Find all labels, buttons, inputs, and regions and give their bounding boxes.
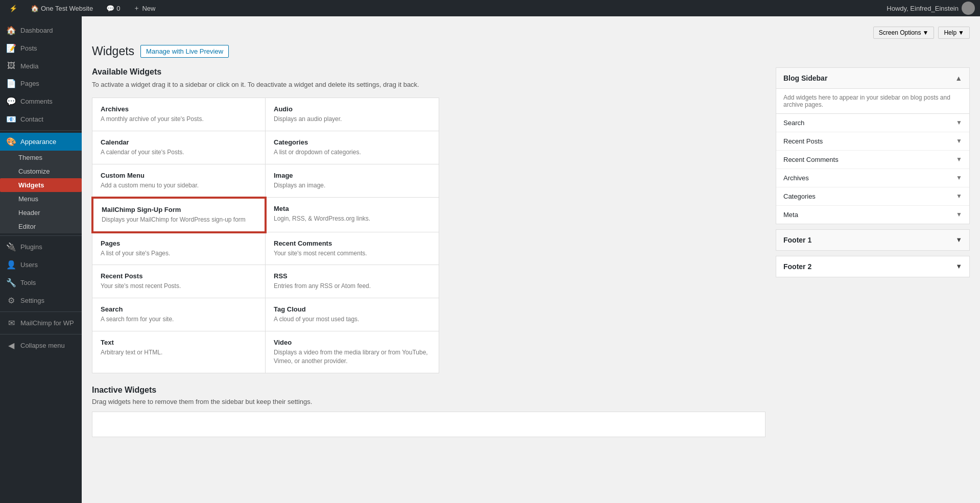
widget-desc: Your site's most recent comments.	[274, 249, 431, 258]
footer2-header[interactable]: Footer 2 ▼	[776, 256, 969, 277]
bs-widget-toggle-icon: ▼	[956, 193, 962, 200]
bs-widget-search[interactable]: Search▼	[776, 114, 969, 132]
available-widgets-desc: To activate a widget drag it to a sideba…	[92, 80, 766, 90]
tools-icon: 🔧	[6, 278, 16, 288]
widget-item-mailchimp-sign-up-form[interactable]: MailChimp Sign-Up FormDisplays your Mail…	[92, 198, 266, 232]
available-widgets-section: Available Widgets To activate a widget d…	[92, 67, 766, 437]
bs-widget-archives[interactable]: Archives▼	[776, 169, 969, 187]
wp-wrap: 🏠 Dashboard 📝 Posts 🖼 Media 📄 Pages 💬 Co…	[0, 16, 980, 503]
bs-widget-toggle-icon: ▼	[956, 156, 962, 163]
sidebar-item-posts[interactable]: 📝 Posts	[0, 39, 82, 57]
widget-item-archives[interactable]: ArchivesA monthly archive of your site's…	[92, 98, 266, 131]
widget-item-audio[interactable]: AudioDisplays an audio player.	[266, 98, 439, 131]
manage-preview-button[interactable]: Manage with Live Preview	[140, 45, 229, 58]
page-title: Widgets	[92, 44, 134, 59]
widget-name: Recent Comments	[274, 239, 431, 247]
widget-desc: Arbitrary text or HTML.	[101, 348, 257, 357]
sidebar-item-dashboard[interactable]: 🏠 Dashboard	[0, 21, 82, 39]
bs-widget-recent-comments[interactable]: Recent Comments▼	[776, 151, 969, 169]
sidebar-item-users[interactable]: 👤 Users	[0, 256, 82, 274]
sidebar-collapse-item[interactable]: ◀ Collapse menu	[0, 337, 82, 354]
sidebar-item-plugins[interactable]: 🔌 Plugins	[0, 238, 82, 256]
bs-widget-toggle-icon: ▼	[956, 119, 962, 126]
mailchimp-label: MailChimp for WP	[20, 319, 74, 327]
collapse-icon: ◀	[6, 341, 16, 350]
widgets-label: Widgets	[18, 181, 44, 189]
sidebar-item-contact[interactable]: 📧 Contact	[0, 110, 82, 128]
comments-count: 0	[116, 5, 120, 12]
widget-item-video[interactable]: VideoDisplays a video from the media lib…	[266, 331, 439, 373]
widget-item-categories[interactable]: CategoriesA list or dropdown of categori…	[266, 131, 439, 164]
appearance-label: Appearance	[20, 138, 56, 146]
settings-icon: ⚙	[6, 296, 16, 305]
site-icon: 🏠	[31, 5, 39, 12]
header-end-bar: Screen Options ▼ Help ▼	[92, 27, 970, 39]
widget-item-text[interactable]: TextArbitrary text or HTML.	[92, 331, 266, 373]
bs-widget-name: Recent Posts	[783, 137, 823, 145]
blog-sidebar-collapse-icon: ▲	[955, 74, 962, 82]
sidebar-item-widgets[interactable]: Widgets	[0, 178, 82, 192]
sidebar-item-appearance[interactable]: 🎨 Appearance	[0, 133, 82, 151]
blog-sidebar-panel: Blog Sidebar ▲ Add widgets here to appea…	[776, 67, 970, 224]
sidebar-item-comments[interactable]: 💬 Comments	[0, 92, 82, 110]
widget-item-recent-comments[interactable]: Recent CommentsYour site's most recent c…	[266, 232, 439, 266]
footer1-toggle: ▼	[955, 236, 962, 244]
site-name-item[interactable]: 🏠 One Test Website	[27, 5, 97, 12]
footer1-panel: Footer 1 ▼	[776, 229, 970, 251]
widget-item-image[interactable]: ImageDisplays an image.	[266, 164, 439, 198]
customize-label: Customize	[18, 167, 50, 175]
sidebars-column: Blog Sidebar ▲ Add widgets here to appea…	[776, 67, 970, 277]
sidebar-item-pages[interactable]: 📄 Pages	[0, 75, 82, 92]
widget-desc: Displays a video from the media library …	[274, 348, 431, 366]
wp-logo[interactable]: ⚡	[5, 5, 21, 12]
blog-sidebar-title: Blog Sidebar	[783, 74, 827, 82]
sidebar-item-mailchimp[interactable]: ✉ MailChimp for WP	[0, 314, 82, 332]
sidebar-item-header[interactable]: Header	[0, 206, 82, 220]
widget-item-pages[interactable]: PagesA list of your site's Pages.	[92, 232, 266, 266]
widget-name: Video	[274, 339, 431, 346]
comments-item[interactable]: 💬 0	[102, 5, 124, 12]
pages-label: Pages	[20, 80, 39, 87]
sidebar-item-themes[interactable]: Themes	[0, 151, 82, 164]
bs-widget-toggle-icon: ▼	[956, 174, 962, 181]
widget-desc: Displays an audio player.	[274, 115, 431, 124]
sidebar-item-editor[interactable]: Editor	[0, 220, 82, 233]
bs-widget-name: Search	[783, 119, 804, 127]
sidebar-item-tools[interactable]: 🔧 Tools	[0, 274, 82, 292]
bs-widget-categories[interactable]: Categories▼	[776, 187, 969, 206]
bs-widget-meta[interactable]: Meta▼	[776, 206, 969, 224]
blog-sidebar-header[interactable]: Blog Sidebar ▲	[776, 68, 969, 89]
sidebar-item-settings[interactable]: ⚙ Settings	[0, 292, 82, 309]
sidebar-item-media[interactable]: 🖼 Media	[0, 57, 82, 75]
main-content: Screen Options ▼ Help ▼ Widgets Manage w…	[82, 16, 980, 503]
widget-desc: Entries from any RSS or Atom feed.	[274, 282, 431, 291]
widget-name: Recent Posts	[101, 272, 257, 280]
widget-name: Calendar	[101, 138, 257, 146]
widget-item-rss[interactable]: RSSEntries from any RSS or Atom feed.	[266, 265, 439, 298]
new-item[interactable]: ＋ New	[129, 4, 159, 13]
widget-item-calendar[interactable]: CalendarA calendar of your site's Posts.	[92, 131, 266, 164]
bs-widget-recent-posts[interactable]: Recent Posts▼	[776, 132, 969, 151]
sidebar-item-menus[interactable]: Menus	[0, 192, 82, 206]
widget-name: Pages	[101, 239, 257, 247]
howdy-text: Howdy, Einfred_Einstein	[887, 5, 959, 12]
widget-item-custom-menu[interactable]: Custom MenuAdd a custom menu to your sid…	[92, 164, 266, 198]
screen-options-button[interactable]: Screen Options ▼	[873, 27, 935, 39]
comments-icon: 💬	[106, 5, 114, 12]
footer1-title: Footer 1	[783, 236, 811, 244]
posts-icon: 📝	[6, 43, 16, 53]
widget-item-meta[interactable]: MetaLogin, RSS, & WordPress.org links.	[266, 198, 439, 232]
bs-widget-name: Archives	[783, 174, 809, 182]
media-icon: 🖼	[6, 61, 16, 70]
appearance-submenu: Themes Customize Widgets Menus Header Ed…	[0, 151, 82, 233]
widget-item-tag-cloud[interactable]: Tag CloudA cloud of your most used tags.	[266, 298, 439, 331]
footer1-header[interactable]: Footer 1 ▼	[776, 230, 969, 250]
inactive-widgets-section: Inactive Widgets Drag widgets here to re…	[92, 386, 766, 437]
help-button[interactable]: Help ▼	[938, 27, 970, 39]
tools-label: Tools	[20, 279, 36, 286]
header-label: Header	[18, 209, 40, 217]
widget-item-recent-posts[interactable]: Recent PostsYour site's most recent Post…	[92, 265, 266, 298]
sidebar-item-customize[interactable]: Customize	[0, 164, 82, 178]
inactive-drop-area[interactable]	[92, 412, 766, 437]
widget-item-search[interactable]: SearchA search form for your site.	[92, 298, 266, 331]
